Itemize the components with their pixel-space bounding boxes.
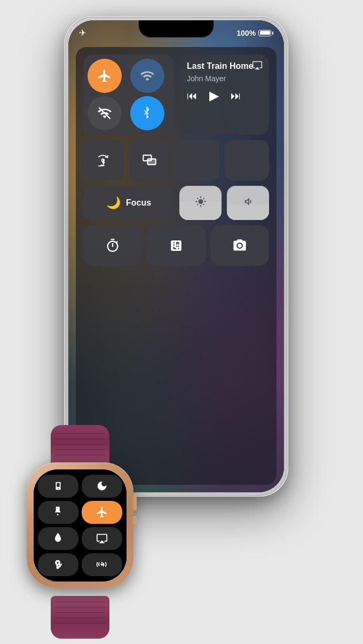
bluetooth-icon (141, 106, 153, 121)
band-stripe-b4 (55, 617, 105, 618)
camera-button[interactable] (211, 225, 269, 266)
watch-walkie-talkie-button[interactable] (38, 475, 78, 498)
watch-case (27, 462, 133, 588)
volume-icon (242, 196, 255, 210)
speaker-icon (242, 196, 255, 208)
band-stripe-b1 (55, 601, 105, 602)
watch-airplane-icon (96, 506, 108, 519)
cc-focus-row: 🌙 Focus (83, 186, 269, 220)
timer-button[interactable] (83, 225, 141, 266)
battery-tip (272, 32, 273, 35)
watch-control-center (34, 469, 127, 582)
focus-label: Focus (126, 198, 151, 208)
cellular-icon (97, 106, 112, 121)
screen-mirror-button[interactable] (129, 140, 170, 180)
cellular-button[interactable] (88, 96, 122, 130)
connectivity-panel (83, 54, 174, 135)
apple-watch (11, 446, 149, 612)
screen-mirror-icon (142, 153, 157, 168)
bluetooth-button[interactable] (130, 96, 164, 130)
cc-bottom-row (83, 225, 269, 266)
fast-forward-button[interactable]: ⏭ (231, 90, 241, 102)
haptics-icon (96, 559, 108, 570)
band-stripe-b5 (55, 623, 105, 624)
watch-haptics-button[interactable] (82, 553, 122, 576)
play-button[interactable]: ▶ (209, 88, 219, 103)
cc-mid-row (83, 140, 269, 180)
iphone-notch (139, 20, 214, 37)
flashlight-icon (53, 506, 64, 519)
calculator-icon (169, 238, 183, 253)
cc-top-row: Last Train Home John Mayer ⏮ ▶ ⏭ (83, 54, 269, 135)
volume-slider-small (225, 140, 269, 180)
battery-fill (260, 31, 270, 35)
watch-crown[interactable] (132, 494, 137, 511)
camera-icon (232, 238, 247, 253)
water-drop-icon (53, 532, 64, 545)
rewind-button[interactable]: ⏮ (187, 90, 198, 102)
brightness-icon (195, 196, 207, 210)
airplane-mode-status-icon: ✈ (79, 28, 86, 38)
walkie-talkie-icon (52, 480, 64, 492)
now-playing-panel: Last Train Home John Mayer ⏮ ▶ ⏭ (179, 54, 269, 135)
battery-body (258, 30, 271, 36)
band-stripe-5 (55, 454, 105, 455)
crescent-moon-icon (96, 480, 108, 492)
watch-airplay-icon (96, 532, 108, 544)
scene: ✈ 100% (0, 0, 363, 644)
band-stripe-1 (55, 433, 105, 434)
watch-hearing-button[interactable] (38, 553, 78, 576)
band-stripe-b3 (55, 612, 105, 613)
wifi-button[interactable] (130, 59, 164, 93)
watch-airplane-mode-button[interactable] (82, 501, 122, 524)
status-left: ✈ (79, 28, 86, 38)
airplay-svg-icon (252, 60, 263, 70)
calculator-button[interactable] (147, 225, 205, 266)
iphone-device: ✈ 100% (64, 16, 288, 497)
focus-moon-icon: 🌙 (106, 196, 121, 210)
svg-rect-3 (148, 159, 156, 165)
sun-icon (195, 196, 207, 208)
battery-percentage: 100% (236, 29, 256, 37)
wifi-icon (140, 68, 155, 83)
control-center: Last Train Home John Mayer ⏮ ▶ ⏭ (76, 47, 277, 485)
watch-airplay-button[interactable] (82, 527, 122, 550)
watch-band-top (51, 425, 109, 468)
status-right: 100% (236, 29, 273, 37)
watch-side-button[interactable] (132, 516, 137, 524)
now-playing-artist: John Mayer (187, 74, 262, 83)
watch-screen (34, 469, 127, 582)
band-stripe-4 (55, 449, 105, 450)
volume-slider[interactable] (227, 186, 269, 220)
watch-do-not-disturb-button[interactable] (82, 475, 122, 498)
focus-button[interactable]: 🌙 Focus (83, 186, 174, 220)
band-stripe-2 (55, 438, 105, 439)
airplay-icon[interactable] (252, 60, 263, 73)
watch-flashlight-button[interactable] (38, 501, 78, 524)
airplane-mode-button[interactable] (88, 59, 122, 93)
brightness-slider-small (175, 140, 219, 180)
band-stripe-b2 (55, 607, 105, 608)
ear-icon (53, 559, 64, 570)
airplane-icon (97, 68, 112, 83)
now-playing-title: Last Train Home (187, 61, 262, 71)
watch-water-lock-button[interactable] (38, 527, 78, 550)
now-playing-controls: ⏮ ▶ ⏭ (187, 88, 262, 103)
timer-icon (105, 238, 120, 253)
battery-icon (258, 30, 273, 36)
band-stripe-3 (55, 444, 105, 445)
watch-band-bottom (51, 596, 109, 639)
iphone-screen-area: ✈ 100% (68, 20, 284, 492)
brightness-slider[interactable] (179, 186, 222, 220)
rotation-lock-icon (96, 153, 111, 168)
rotation-lock-button[interactable] (83, 140, 124, 180)
